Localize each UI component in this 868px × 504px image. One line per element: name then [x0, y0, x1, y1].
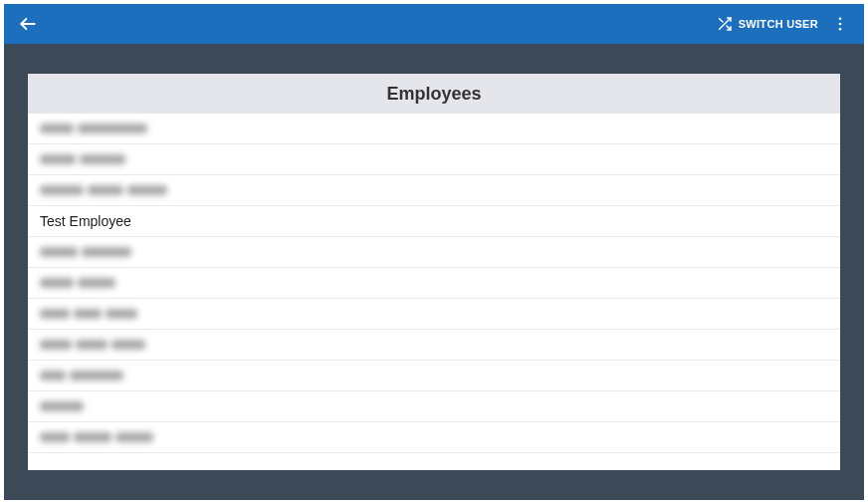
employees-card: Employees Test Employee	[28, 74, 840, 470]
more-vertical-icon	[831, 15, 849, 33]
svg-point-4	[839, 17, 842, 20]
employee-name-blurred	[40, 428, 157, 446]
employee-name-blurred	[40, 243, 135, 261]
svg-line-3	[719, 19, 722, 22]
employee-row[interactable]	[28, 422, 840, 453]
employee-row[interactable]	[28, 330, 840, 361]
employee-name-blurred	[40, 397, 88, 415]
employee-row[interactable]	[28, 175, 840, 206]
employee-row[interactable]	[28, 144, 840, 175]
employee-name-blurred	[40, 120, 151, 137]
svg-point-6	[839, 28, 842, 31]
employee-row[interactable]	[28, 299, 840, 330]
employee-name: Test Employee	[40, 213, 131, 229]
arrow-left-icon	[18, 14, 38, 34]
top-toolbar: SWITCH USER	[4, 4, 864, 44]
card-title: Employees	[28, 74, 840, 114]
employee-name-blurred	[40, 305, 141, 323]
shuffle-icon	[717, 16, 733, 32]
employee-name-blurred	[40, 274, 119, 292]
overflow-menu-button[interactable]	[828, 12, 852, 36]
switch-user-button[interactable]: SWITCH USER	[717, 16, 818, 32]
employee-row[interactable]	[28, 237, 840, 268]
employee-row[interactable]	[28, 114, 840, 144]
switch-user-label: SWITCH USER	[739, 18, 818, 30]
employee-row[interactable]	[28, 361, 840, 391]
employee-name-blurred	[40, 367, 127, 384]
employee-row[interactable]	[28, 391, 840, 422]
app-frame: SWITCH USER Employees Test Employee	[4, 4, 864, 500]
svg-point-5	[839, 23, 842, 26]
employee-name-blurred	[40, 336, 149, 354]
employee-list: Test Employee	[28, 114, 840, 470]
back-button[interactable]	[16, 12, 40, 36]
employee-name-blurred	[40, 181, 171, 199]
employee-row[interactable]	[28, 268, 840, 299]
employee-row[interactable]: Test Employee	[28, 206, 840, 237]
content-area: Employees Test Employee	[4, 44, 864, 500]
employee-name-blurred	[40, 150, 129, 168]
